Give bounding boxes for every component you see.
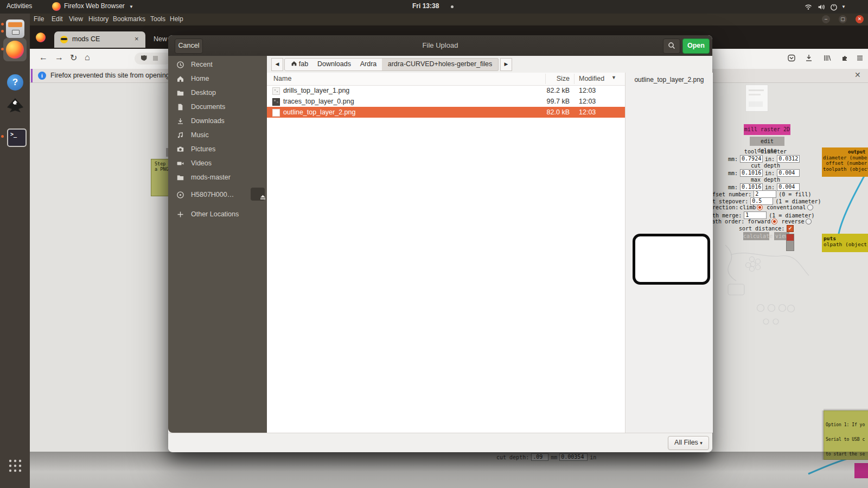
path-order-forward-radio[interactable] bbox=[771, 219, 777, 224]
home-icon[interactable]: ⌂ bbox=[85, 53, 90, 62]
tab-mods-ce[interactable]: mods CE × bbox=[54, 31, 145, 48]
tab-close-icon[interactable]: × bbox=[135, 35, 139, 43]
eject-button[interactable] bbox=[251, 188, 265, 201]
folder-icon bbox=[176, 174, 184, 182]
breadcrumb-fab[interactable]: fab bbox=[284, 58, 315, 71]
path-order-row: path order: forward reverse bbox=[709, 219, 812, 224]
sidebar-item-home[interactable]: Home bbox=[168, 72, 267, 86]
document-icon bbox=[176, 103, 184, 111]
wifi-icon bbox=[804, 3, 813, 11]
preview-title: outline_top_layer_2.png bbox=[626, 76, 713, 84]
tool-diameter-in-input[interactable]: 0.0312 bbox=[777, 155, 800, 163]
edit-delete-button[interactable]: edit delete bbox=[750, 137, 784, 146]
breadcrumb-downloads[interactable]: Downloads bbox=[314, 58, 355, 71]
offset-number-input[interactable]: 2 bbox=[754, 190, 776, 198]
path-merge-input[interactable]: 1 bbox=[744, 211, 767, 219]
sidebar-item-documents[interactable]: Documents bbox=[168, 100, 267, 114]
tool-diameter-mm-input[interactable]: 0.7924 bbox=[740, 155, 763, 163]
window-close-button[interactable]: ✕ bbox=[856, 15, 864, 23]
extensions-icon[interactable] bbox=[841, 54, 850, 62]
sidebar-item-downloads[interactable]: Downloads bbox=[168, 114, 267, 129]
cut-depth-in-input[interactable]: 0.004 bbox=[777, 169, 800, 177]
column-header-size[interactable]: Size bbox=[495, 75, 570, 82]
path-forward-button[interactable]: ▶ bbox=[500, 58, 512, 71]
reload-icon[interactable]: ↻ bbox=[70, 53, 77, 63]
path-order-reverse-radio[interactable] bbox=[806, 219, 812, 224]
app-grid-button[interactable] bbox=[8, 459, 22, 473]
mill-raster-module-title[interactable]: mill raster 2D bbox=[744, 124, 790, 135]
path-back-button[interactable]: ◀ bbox=[271, 58, 283, 71]
menu-view[interactable]: View bbox=[69, 15, 83, 23]
direction-conventional-radio[interactable] bbox=[807, 204, 813, 210]
firefox-icon bbox=[6, 41, 24, 59]
menu-bookmarks[interactable]: Bookmarks bbox=[113, 15, 145, 23]
notification-close-icon[interactable]: ✕ bbox=[854, 70, 861, 79]
sort-indicator-icon: ▼ bbox=[611, 75, 616, 80]
menu-history[interactable]: History bbox=[88, 15, 108, 23]
window-maximize-button[interactable]: ▢ bbox=[839, 15, 847, 23]
dock-item-files[interactable] bbox=[6, 20, 24, 38]
dock-item-firefox-active-bg[interactable] bbox=[3, 38, 27, 61]
chevron-down-icon: ▼ bbox=[129, 4, 133, 9]
output-module: output diameter (number offset (number t… bbox=[822, 147, 868, 177]
direction-climb-radio[interactable] bbox=[757, 204, 763, 210]
file-row-traces[interactable]: traces_top_layer_0.png 99.7 kB 12:03 bbox=[267, 96, 625, 107]
sidebar-item-pictures[interactable]: Pictures bbox=[168, 143, 267, 157]
forward-icon[interactable]: → bbox=[55, 53, 63, 62]
power-icon bbox=[829, 3, 838, 11]
sidebar-item-recent[interactable]: Recent bbox=[168, 58, 267, 72]
bottom-cut-depth-in-input[interactable]: 0.00354 bbox=[559, 453, 588, 461]
notification-text: Firefox prevented this site from opening bbox=[50, 72, 170, 79]
firefox-view-icon[interactable] bbox=[36, 33, 46, 42]
sidebar-item-usb-drive[interactable]: H5807H000… bbox=[168, 188, 267, 202]
home-icon bbox=[176, 75, 184, 83]
clock-label[interactable]: Fri 13:38 bbox=[412, 2, 439, 10]
search-button[interactable] bbox=[663, 38, 680, 54]
activities-button[interactable]: Activities bbox=[7, 2, 32, 10]
tool-diameter-row: mm: 0.7924 in: 0.0312 bbox=[728, 155, 800, 163]
url-bar[interactable] bbox=[135, 53, 171, 65]
sidebar-item-videos[interactable]: Videos bbox=[168, 157, 267, 171]
sidebar-item-other-locations[interactable]: Other Locations bbox=[168, 208, 267, 222]
notification-accent-stripe bbox=[31, 69, 33, 82]
dock-item-help[interactable]: ? bbox=[7, 74, 23, 91]
menu-edit[interactable]: Edit bbox=[52, 15, 63, 23]
window-minimize-button[interactable]: – bbox=[822, 15, 830, 23]
new-tab-partial-label[interactable]: New bbox=[154, 35, 167, 43]
file-list-area[interactable] bbox=[267, 73, 625, 433]
menu-tools[interactable]: Tools bbox=[150, 15, 165, 23]
app-menu-button[interactable]: Firefox Web Browser bbox=[64, 2, 125, 10]
breadcrumb-ardra[interactable]: Ardra bbox=[355, 58, 382, 71]
max-depth-mm-input[interactable]: 0.1016 bbox=[740, 183, 763, 191]
dock-item-inkscape[interactable] bbox=[5, 96, 25, 115]
file-row-drills[interactable]: drills_top_layer_1.png 82.2 kB 12:03 bbox=[267, 85, 625, 96]
pocket-icon[interactable] bbox=[787, 54, 796, 62]
question-mark-icon: ? bbox=[12, 77, 18, 87]
open-button[interactable]: Open bbox=[682, 38, 710, 54]
sidebar-item-mods-master[interactable]: mods-master bbox=[168, 171, 267, 185]
image-thumbnail-icon bbox=[272, 87, 280, 95]
file-filter-dropdown[interactable]: All Files ▾ bbox=[668, 436, 709, 450]
cut-stepover-input[interactable]: 0.5 bbox=[750, 197, 773, 205]
cut-depth-mm-input[interactable]: 0.1016 bbox=[740, 169, 763, 177]
dock-item-terminal[interactable]: >_ bbox=[7, 129, 27, 147]
tab-favicon bbox=[60, 36, 68, 43]
menu-file[interactable]: File bbox=[34, 15, 44, 23]
library-icon[interactable] bbox=[823, 54, 832, 62]
file-row-outline-selected[interactable]: outline_top_layer_2.png 82.0 kB 12:03 bbox=[267, 107, 625, 118]
sidebar-item-desktop[interactable]: Desktop bbox=[168, 86, 267, 100]
sidebar-item-music[interactable]: Music bbox=[168, 129, 267, 143]
column-header-name[interactable]: Name bbox=[273, 75, 291, 82]
max-depth-in-input[interactable]: 0.004 bbox=[777, 183, 800, 191]
column-header-modified[interactable]: Modified bbox=[579, 75, 604, 82]
bottom-cut-depth-mm-input[interactable]: .09 bbox=[531, 453, 548, 461]
calculate-button[interactable]: calculate bbox=[743, 232, 769, 240]
menu-help[interactable]: Help bbox=[170, 15, 183, 23]
sort-distance-checkbox[interactable]: ✓ bbox=[787, 225, 794, 232]
downloads-icon[interactable] bbox=[805, 54, 813, 62]
menu-hamburger-icon[interactable] bbox=[856, 54, 864, 62]
back-icon[interactable]: ← bbox=[39, 53, 48, 62]
inkscape-icon bbox=[5, 96, 25, 115]
chevron-down-icon[interactable]: ▼ bbox=[841, 4, 846, 9]
breadcrumb-current-folder[interactable]: ardra-CURVED+holes-gerber_files bbox=[382, 58, 499, 71]
